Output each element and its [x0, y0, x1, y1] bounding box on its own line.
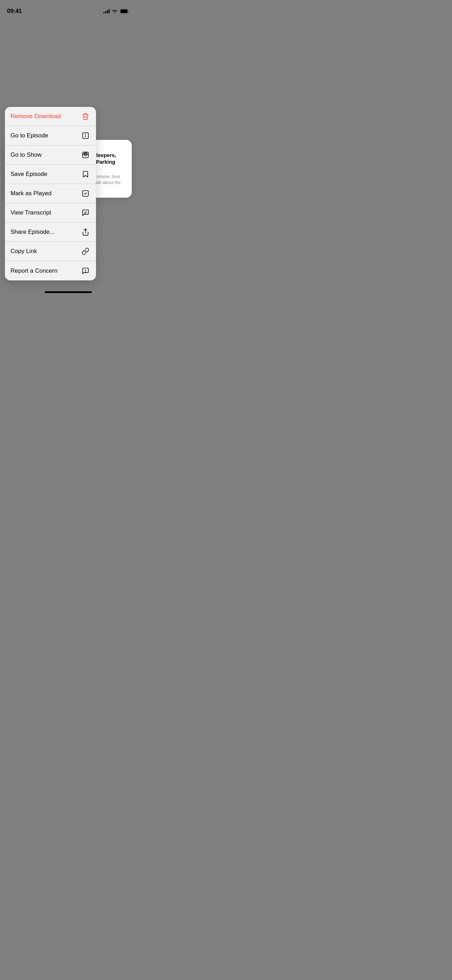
svg-point-13 — [86, 272, 86, 272]
wifi-icon — [112, 9, 118, 14]
status-bar: 09:41 — [0, 0, 137, 18]
save-episode-label: Save Episode — [11, 171, 47, 178]
transcript-icon — [81, 208, 91, 218]
report-icon — [81, 266, 91, 276]
go-to-episode-item[interactable]: Go to Episode — [5, 126, 96, 145]
share-episode-label: Share Episode... — [11, 229, 55, 235]
report-concern-item[interactable]: Report a Concern — [5, 261, 96, 280]
svg-rect-1 — [121, 10, 127, 13]
info-icon — [81, 131, 91, 140]
copy-link-label: Copy Link — [11, 248, 37, 255]
status-icons — [103, 9, 130, 14]
report-concern-label: Report a Concern — [11, 267, 57, 274]
view-transcript-label: View Transcript — [11, 209, 51, 216]
view-transcript-item[interactable]: View Transcript — [5, 203, 96, 223]
share-episode-item[interactable]: Share Episode... — [5, 223, 96, 242]
podcast-icon — [81, 150, 91, 160]
remove-download-item[interactable]: Remove Download — [5, 107, 96, 126]
share-icon — [81, 227, 91, 237]
status-time: 09:41 — [7, 8, 22, 15]
go-to-show-item[interactable]: Go to Show — [5, 145, 96, 165]
mark-as-played-label: Mark as Played — [11, 190, 51, 197]
mark-as-played-item[interactable]: Mark as Played — [5, 184, 96, 203]
trash-icon — [81, 111, 91, 121]
link-icon — [81, 247, 91, 256]
svg-point-7 — [84, 154, 86, 156]
context-menu: Remove Download Go to Episode Go to Show — [5, 107, 96, 280]
bookmark-icon — [81, 169, 91, 179]
remove-download-label: Remove Download — [11, 113, 61, 120]
svg-point-5 — [86, 134, 86, 135]
battery-icon — [120, 9, 130, 14]
signal-bars-icon — [103, 9, 110, 13]
check-square-icon — [81, 189, 91, 198]
copy-link-item[interactable]: Copy Link — [5, 242, 96, 261]
save-episode-item[interactable]: Save Episode — [5, 165, 96, 184]
home-indicator — [45, 291, 92, 293]
go-to-episode-label: Go to Episode — [11, 132, 48, 139]
go-to-show-label: Go to Show — [11, 151, 42, 158]
